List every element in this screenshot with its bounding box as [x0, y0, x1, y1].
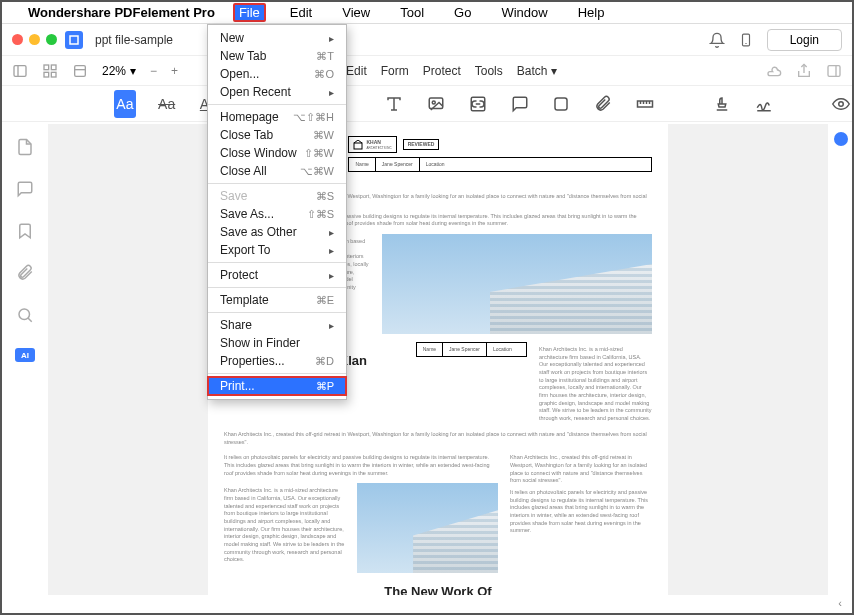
tab-edit[interactable]: Edit	[346, 64, 367, 78]
menu-item-open[interactable]: Open...⌘O	[208, 65, 346, 83]
minimize-window-button[interactable]	[29, 34, 40, 45]
menu-item-new[interactable]: New	[208, 29, 346, 47]
tab-tools[interactable]: Tools	[475, 64, 503, 78]
panel-toggle-icon[interactable]	[826, 63, 842, 79]
zoom-value: 22%	[102, 64, 126, 78]
attachment-panel-icon[interactable]	[16, 264, 34, 282]
share-icon[interactable]	[796, 63, 812, 79]
edit-toolbar: Aa Aa Aa	[2, 86, 852, 122]
document-tab-title[interactable]: ppt file-sample	[95, 33, 173, 47]
comment-panel-icon[interactable]	[16, 180, 34, 198]
link-tool-icon[interactable]	[467, 90, 489, 118]
menu-shortcut: ⌘S	[316, 190, 334, 203]
zoom-in-icon[interactable]: +	[171, 64, 178, 78]
menu-tool[interactable]: Tool	[394, 3, 430, 22]
bookmark-panel-icon[interactable]	[16, 222, 34, 240]
menu-item-template[interactable]: Template⌘E	[208, 291, 346, 309]
sidebar-toggle-icon[interactable]	[12, 63, 28, 79]
attachment-tool-icon[interactable]	[592, 90, 614, 118]
menu-item-properties[interactable]: Properties...⌘D	[208, 352, 346, 370]
chevron-down-icon: ▾	[130, 64, 136, 78]
image-tool-icon[interactable]	[425, 90, 447, 118]
thumbnails-icon[interactable]	[42, 63, 58, 79]
zoom-control[interactable]: 22% ▾	[102, 64, 136, 78]
info-table: Name Jane Spencer Location	[348, 157, 652, 172]
menu-item-label: Template	[220, 293, 269, 307]
menu-item-new-tab[interactable]: New Tab⌘T	[208, 47, 346, 65]
eye-tool-icon[interactable]	[830, 90, 852, 118]
paragraph: Khan Architects Inc., created this off-g…	[510, 454, 652, 485]
scroll-left-icon[interactable]: ‹	[838, 597, 842, 611]
document-canvas[interactable]: About Khan Architects Inc. KHAN ARCHITEC…	[48, 124, 828, 595]
svg-rect-5	[44, 65, 49, 70]
menu-help[interactable]: Help	[572, 3, 611, 22]
menu-item-label: Open...	[220, 67, 259, 81]
menu-item-save: Save⌘S	[208, 187, 346, 205]
menu-file[interactable]: File	[233, 3, 266, 22]
tab-batch[interactable]: Batch ▾	[517, 64, 557, 78]
menu-edit[interactable]: Edit	[284, 3, 318, 22]
menu-item-label: Save As...	[220, 207, 274, 221]
menu-item-open-recent[interactable]: Open Recent	[208, 83, 346, 101]
ai-badge[interactable]: AI	[15, 348, 35, 362]
mobile-icon[interactable]	[739, 32, 753, 48]
stamp-tool-icon[interactable]	[711, 90, 733, 118]
menu-item-label: Homepage	[220, 110, 279, 124]
text-tool-icon[interactable]	[384, 90, 406, 118]
maximize-window-button[interactable]	[46, 34, 57, 45]
menu-shortcut: ⌘T	[316, 50, 334, 63]
shape-tool-icon[interactable]	[551, 90, 573, 118]
brand-name: KHAN	[366, 139, 391, 146]
search-panel-icon[interactable]	[16, 306, 34, 324]
building-image	[357, 483, 498, 573]
measure-tool-icon[interactable]	[634, 90, 656, 118]
file-menu-dropdown: NewNew Tab⌘TOpen...⌘OOpen RecentHomepage…	[207, 24, 347, 400]
menu-item-close-all[interactable]: Close All⌥⌘W	[208, 162, 346, 180]
horizontal-scroll-area[interactable]: ‹	[48, 597, 852, 611]
menu-item-close-window[interactable]: Close Window⇧⌘W	[208, 144, 346, 162]
menu-item-label: Protect	[220, 268, 258, 282]
menu-item-label: Close All	[220, 164, 267, 178]
reviewed-tag: REVIEWED	[403, 139, 440, 150]
menu-shortcut: ⇧⌘W	[304, 147, 334, 160]
section-heading: The New Work Of	[224, 583, 652, 595]
menu-item-protect[interactable]: Protect	[208, 266, 346, 284]
menu-item-homepage[interactable]: Homepage⌥⇧⌘H	[208, 108, 346, 126]
text-fill-tool[interactable]: Aa	[114, 90, 136, 118]
menu-item-export-to[interactable]: Export To	[208, 241, 346, 259]
tab-protect[interactable]: Protect	[423, 64, 461, 78]
tab-form[interactable]: Form	[381, 64, 409, 78]
comment-tool-icon[interactable]	[509, 90, 531, 118]
menu-item-label: Print...	[220, 379, 255, 393]
menu-window[interactable]: Window	[495, 3, 553, 22]
close-window-button[interactable]	[12, 34, 23, 45]
menu-go[interactable]: Go	[448, 3, 477, 22]
page-icon[interactable]	[16, 138, 34, 156]
menu-view[interactable]: View	[336, 3, 376, 22]
window-titlebar: ppt file-sample Login	[2, 24, 852, 56]
svg-rect-8	[51, 72, 56, 77]
text-strike-tool[interactable]: Aa	[156, 90, 178, 118]
menu-item-close-tab[interactable]: Close Tab⌘W	[208, 126, 346, 144]
svg-rect-18	[555, 98, 567, 110]
svg-rect-11	[828, 65, 840, 76]
menu-item-show-in-finder[interactable]: Show in Finder	[208, 334, 346, 352]
menu-item-save-as-other[interactable]: Save as Other	[208, 223, 346, 241]
svg-rect-9	[75, 65, 86, 76]
menu-shortcut: ⌥⇧⌘H	[293, 111, 334, 124]
svg-point-24	[839, 101, 844, 106]
menu-item-share[interactable]: Share	[208, 316, 346, 334]
menu-item-print[interactable]: Print...⌘P	[208, 377, 346, 395]
svg-rect-3	[14, 65, 26, 76]
reading-view-icon[interactable]	[72, 63, 88, 79]
menu-item-label: New Tab	[220, 49, 266, 63]
menu-item-save-as[interactable]: Save As...⇧⌘S	[208, 205, 346, 223]
signature-tool-icon[interactable]	[753, 90, 775, 118]
cloud-icon[interactable]	[766, 63, 782, 79]
menu-shortcut: ⌥⌘W	[300, 165, 334, 178]
menu-item-label: Open Recent	[220, 85, 291, 99]
login-button[interactable]: Login	[767, 29, 842, 51]
svg-rect-7	[44, 72, 49, 77]
notification-icon[interactable]	[709, 32, 725, 48]
zoom-out-icon[interactable]: −	[150, 64, 157, 78]
